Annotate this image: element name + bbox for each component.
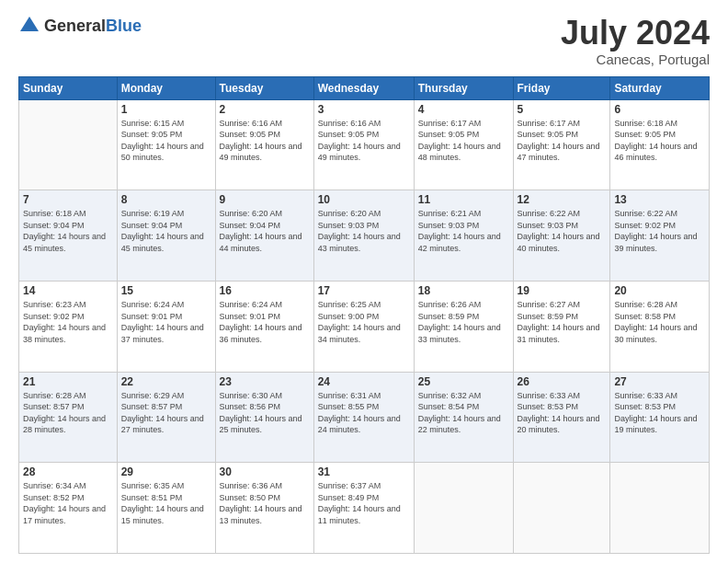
table-row: 1Sunrise: 6:15 AMSunset: 9:05 PMDaylight…	[117, 99, 215, 190]
title-block: July 2024 Canecas, Portugal	[561, 15, 710, 67]
table-row: 27Sunrise: 6:33 AMSunset: 8:53 PMDayligh…	[610, 372, 710, 463]
calendar-row-3: 21Sunrise: 6:28 AMSunset: 8:57 PMDayligh…	[19, 372, 710, 463]
calendar-row-0: 1Sunrise: 6:15 AMSunset: 9:05 PMDaylight…	[19, 99, 710, 190]
table-row: 25Sunrise: 6:32 AMSunset: 8:54 PMDayligh…	[414, 372, 513, 463]
header-monday: Monday	[117, 76, 215, 99]
header-sunday: Sunday	[19, 76, 118, 99]
table-row	[610, 463, 710, 554]
table-row: 19Sunrise: 6:27 AMSunset: 8:59 PMDayligh…	[513, 281, 610, 372]
header-wednesday: Wednesday	[313, 76, 414, 99]
table-row: 15Sunrise: 6:24 AMSunset: 9:01 PMDayligh…	[117, 281, 215, 372]
table-row: 5Sunrise: 6:17 AMSunset: 9:05 PMDaylight…	[513, 99, 610, 190]
header-thursday: Thursday	[414, 76, 513, 99]
table-row: 4Sunrise: 6:17 AMSunset: 9:05 PMDaylight…	[414, 99, 513, 190]
calendar-row-1: 7Sunrise: 6:18 AMSunset: 9:04 PMDaylight…	[19, 190, 710, 282]
calendar-row-4: 28Sunrise: 6:34 AMSunset: 8:52 PMDayligh…	[19, 463, 710, 554]
table-row: 10Sunrise: 6:20 AMSunset: 9:03 PMDayligh…	[313, 190, 414, 282]
table-row: 29Sunrise: 6:35 AMSunset: 8:51 PMDayligh…	[117, 463, 215, 554]
header: GeneralBlue July 2024 Canecas, Portugal	[18, 15, 710, 67]
calendar-table: Sunday Monday Tuesday Wednesday Thursday…	[18, 76, 710, 554]
table-row: 6Sunrise: 6:18 AMSunset: 9:05 PMDaylight…	[610, 99, 710, 190]
table-row: 2Sunrise: 6:16 AMSunset: 9:05 PMDaylight…	[215, 99, 313, 190]
logo-icon	[18, 15, 40, 37]
calendar-row-2: 14Sunrise: 6:23 AMSunset: 9:02 PMDayligh…	[19, 281, 710, 372]
svg-marker-0	[20, 17, 39, 31]
table-row: 14Sunrise: 6:23 AMSunset: 9:02 PMDayligh…	[19, 281, 118, 372]
table-row: 31Sunrise: 6:37 AMSunset: 8:49 PMDayligh…	[313, 463, 414, 554]
table-row: 23Sunrise: 6:30 AMSunset: 8:56 PMDayligh…	[215, 372, 313, 463]
table-row: 13Sunrise: 6:22 AMSunset: 9:02 PMDayligh…	[610, 190, 710, 282]
table-row: 8Sunrise: 6:19 AMSunset: 9:04 PMDaylight…	[117, 190, 215, 282]
table-row: 7Sunrise: 6:18 AMSunset: 9:04 PMDaylight…	[19, 190, 118, 282]
table-row: 26Sunrise: 6:33 AMSunset: 8:53 PMDayligh…	[513, 372, 610, 463]
header-friday: Friday	[513, 76, 610, 99]
table-row: 22Sunrise: 6:29 AMSunset: 8:57 PMDayligh…	[117, 372, 215, 463]
table-row: 11Sunrise: 6:21 AMSunset: 9:03 PMDayligh…	[414, 190, 513, 282]
table-row: 20Sunrise: 6:28 AMSunset: 8:58 PMDayligh…	[610, 281, 710, 372]
table-row	[19, 99, 118, 190]
page: GeneralBlue July 2024 Canecas, Portugal …	[0, 0, 728, 563]
month-year: July 2024	[561, 15, 710, 52]
logo: GeneralBlue	[18, 15, 142, 37]
table-row: 9Sunrise: 6:20 AMSunset: 9:04 PMDaylight…	[215, 190, 313, 282]
table-row	[513, 463, 610, 554]
table-row: 16Sunrise: 6:24 AMSunset: 9:01 PMDayligh…	[215, 281, 313, 372]
table-row: 30Sunrise: 6:36 AMSunset: 8:50 PMDayligh…	[215, 463, 313, 554]
table-row: 17Sunrise: 6:25 AMSunset: 9:00 PMDayligh…	[313, 281, 414, 372]
header-tuesday: Tuesday	[215, 76, 313, 99]
weekday-header-row: Sunday Monday Tuesday Wednesday Thursday…	[19, 76, 710, 99]
logo-general: GeneralBlue	[44, 17, 142, 36]
table-row: 3Sunrise: 6:16 AMSunset: 9:05 PMDaylight…	[313, 99, 414, 190]
table-row: 24Sunrise: 6:31 AMSunset: 8:55 PMDayligh…	[313, 372, 414, 463]
table-row	[414, 463, 513, 554]
table-row: 21Sunrise: 6:28 AMSunset: 8:57 PMDayligh…	[19, 372, 118, 463]
table-row: 28Sunrise: 6:34 AMSunset: 8:52 PMDayligh…	[19, 463, 118, 554]
table-row: 12Sunrise: 6:22 AMSunset: 9:03 PMDayligh…	[513, 190, 610, 282]
table-row: 18Sunrise: 6:26 AMSunset: 8:59 PMDayligh…	[414, 281, 513, 372]
location: Canecas, Portugal	[561, 52, 710, 67]
header-saturday: Saturday	[610, 76, 710, 99]
